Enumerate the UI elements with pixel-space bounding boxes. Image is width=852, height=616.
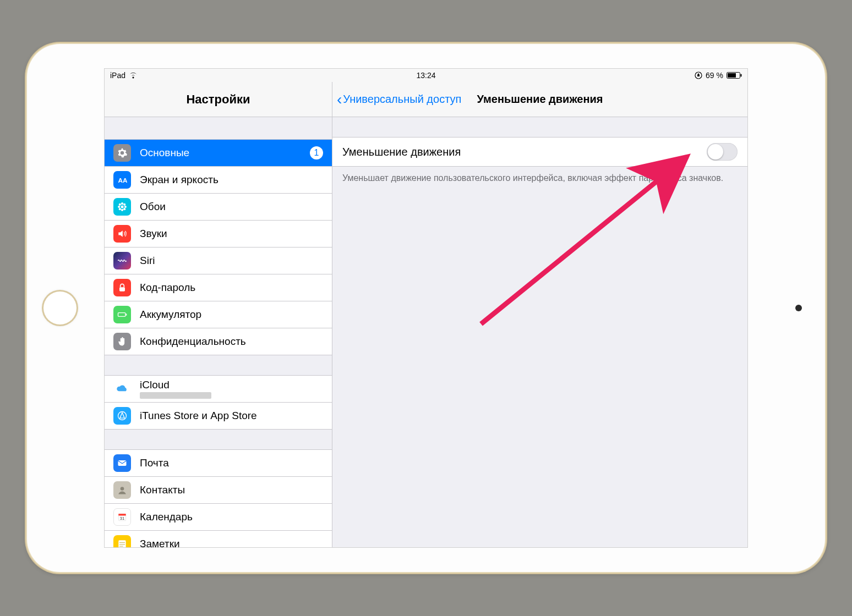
switch-knob: [708, 144, 723, 160]
sidebar-item-hand[interactable]: Конфиденциальность: [105, 328, 332, 355]
device-label: iPad: [110, 71, 125, 80]
front-camera: [795, 305, 802, 311]
siri-icon: [113, 252, 131, 270]
sidebar-item-label: Контакты: [140, 484, 323, 496]
svg-point-12: [119, 208, 121, 210]
badge: 1: [310, 146, 323, 160]
svg-point-19: [121, 487, 124, 491]
svg-rect-15: [118, 313, 125, 317]
svg-rect-2: [728, 73, 736, 78]
status-bar: iPad 13:24 69 %: [105, 69, 747, 82]
clock: 13:24: [416, 71, 435, 80]
wifi-icon: [129, 72, 138, 79]
lock-icon: [113, 279, 131, 296]
gear-icon: [113, 144, 131, 162]
svg-point-10: [119, 204, 121, 206]
cloud-icon: [113, 380, 131, 398]
svg-text:AA: AA: [118, 177, 128, 184]
appstore-icon: [113, 407, 131, 425]
chevron-left-icon: ‹: [337, 92, 342, 107]
svg-rect-21: [118, 514, 125, 515]
sidebar-item-speaker[interactable]: Звуки: [105, 221, 332, 248]
battery-icon: [113, 306, 131, 323]
sidebar-item-label: Экран и яркость: [140, 174, 323, 186]
home-button[interactable]: [43, 292, 77, 324]
settings-sidebar: Настройки Основные1AAЭкран и яркостьОбои…: [105, 82, 332, 547]
svg-rect-14: [119, 287, 125, 292]
page-title: Уменьшение движения: [477, 93, 603, 106]
reduce-motion-row: Уменьшение движения: [332, 137, 747, 167]
speaker-icon: [113, 225, 131, 243]
svg-text:31: 31: [120, 516, 124, 521]
sidebar-item-label: Siri: [140, 255, 323, 267]
sidebar-item-siri[interactable]: Siri: [105, 248, 332, 274]
sidebar-item-label: Конфиденциальность: [140, 336, 323, 348]
sidebar-item-contacts[interactable]: Контакты: [105, 477, 332, 504]
sidebar-item-label: iTunes Store и App Store: [140, 410, 323, 422]
sidebar-item-label: Звуки: [140, 228, 323, 240]
sidebar-item-label: Почта: [140, 457, 323, 469]
svg-rect-16: [126, 314, 127, 315]
sidebar-item-battery[interactable]: Аккумулятор: [105, 301, 332, 328]
icloud-account-placeholder: [140, 392, 211, 399]
battery-text: 69 %: [706, 71, 723, 80]
svg-point-13: [123, 208, 125, 210]
reduce-motion-switch[interactable]: [707, 143, 738, 161]
aa-icon: AA: [113, 171, 131, 189]
orientation-lock-icon: [695, 72, 702, 79]
detail-header: ‹ Универсальный доступ Уменьшение движен…: [332, 82, 747, 117]
calendar-icon: 31: [113, 508, 131, 526]
svg-rect-3: [741, 74, 742, 77]
detail-pane: ‹ Универсальный доступ Уменьшение движен…: [332, 82, 747, 547]
sidebar-item-mail[interactable]: Почта: [105, 450, 332, 477]
flower-icon: [113, 198, 131, 216]
sidebar-item-label: Обои: [140, 201, 323, 213]
battery-icon: [727, 72, 742, 79]
svg-point-6: [121, 202, 123, 205]
sidebar-item-label: Заметки: [140, 538, 323, 547]
svg-point-8: [118, 206, 120, 208]
reduce-motion-footnote: Уменьшает движение пользовательского инт…: [332, 167, 747, 184]
contacts-icon: [113, 481, 131, 499]
sidebar-item-aa[interactable]: AAЭкран и яркость: [105, 167, 332, 194]
notes-icon: [113, 535, 131, 547]
sidebar-item-calendar[interactable]: 31Календарь: [105, 504, 332, 531]
ipad-frame: iPad 13:24 69 % Настройки: [27, 44, 825, 572]
svg-point-11: [123, 204, 125, 206]
sidebar-item-appstore[interactable]: iTunes Store и App Store: [105, 403, 332, 430]
sidebar-item-label: Основные: [140, 147, 310, 159]
svg-point-7: [121, 209, 123, 211]
sidebar-title: Настройки: [105, 82, 332, 117]
back-button[interactable]: ‹ Универсальный доступ: [337, 82, 461, 117]
back-label: Универсальный доступ: [343, 93, 461, 106]
svg-rect-18: [118, 460, 127, 466]
sidebar-item-label: Код-пароль: [140, 282, 323, 294]
reduce-motion-label: Уменьшение движения: [342, 146, 461, 158]
mail-icon: [113, 454, 131, 472]
sidebar-item-gear[interactable]: Основные1: [105, 140, 332, 167]
sidebar-item-notes[interactable]: Заметки: [105, 531, 332, 547]
sidebar-item-cloud[interactable]: iCloud: [105, 376, 332, 403]
sidebar-item-lock[interactable]: Код-пароль: [105, 274, 332, 301]
sidebar-item-label: iCloud: [140, 379, 211, 391]
sidebar-scroll[interactable]: Основные1AAЭкран и яркостьОбоиЗвукиSiriК…: [105, 117, 332, 547]
svg-point-5: [121, 206, 124, 208]
sidebar-item-flower[interactable]: Обои: [105, 194, 332, 221]
svg-point-9: [124, 206, 127, 208]
hand-icon: [113, 333, 131, 350]
screen: iPad 13:24 69 % Настройки: [105, 69, 747, 547]
sidebar-item-label: Аккумулятор: [140, 309, 323, 321]
sidebar-item-label: Календарь: [140, 511, 323, 523]
